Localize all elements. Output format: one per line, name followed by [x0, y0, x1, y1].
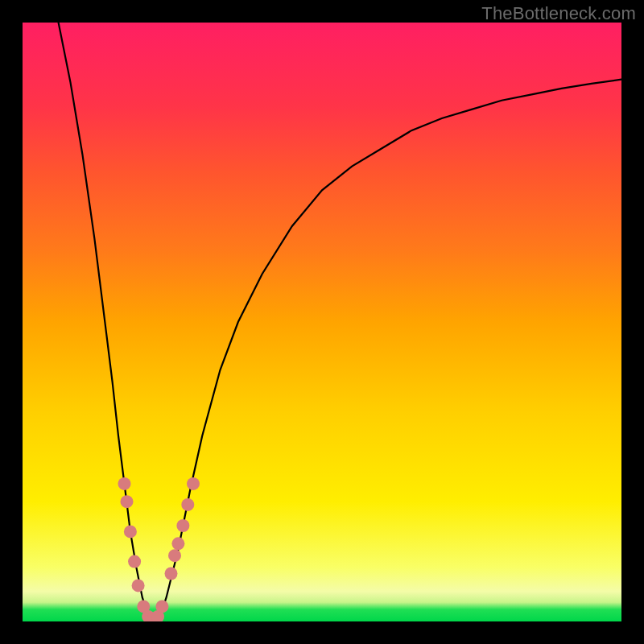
- highlighted-point: [171, 537, 184, 550]
- highlighted-point: [165, 568, 178, 580]
- highlighted-point: [128, 555, 141, 568]
- highlighted-points-group: [118, 477, 200, 621]
- watermark-text: TheBottleneck.com: [481, 3, 636, 24]
- chart-frame: TheBottleneck.com: [0, 0, 644, 644]
- highlighted-point: [124, 525, 137, 538]
- highlighted-point: [187, 477, 200, 490]
- highlighted-point: [168, 549, 181, 562]
- highlighted-point: [132, 579, 145, 592]
- highlighted-point: [176, 519, 189, 532]
- highlighted-point: [155, 600, 168, 613]
- highlighted-point: [181, 498, 194, 511]
- bottleneck-curve-svg: [23, 23, 621, 621]
- plot-area: [23, 23, 621, 621]
- highlighted-point: [118, 477, 131, 490]
- highlighted-point: [121, 495, 134, 508]
- bottleneck-curve: [59, 23, 621, 621]
